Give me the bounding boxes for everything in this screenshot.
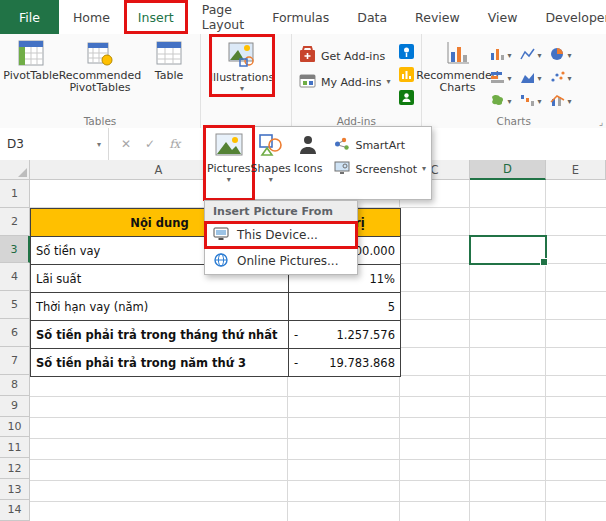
chart-type-buttons: ▾ ▾ ▾ ▾ ▾ [490, 38, 580, 113]
recommended-charts-icon [445, 40, 471, 69]
my-addins-label: My Add-ins [321, 76, 382, 89]
tab-page-layout[interactable]: Page Layout [188, 0, 258, 34]
area-chart-button[interactable]: ▾ [520, 70, 550, 87]
charts-dialog-launcher-icon[interactable]: ⌟ [599, 117, 603, 127]
illustrations-icon [227, 40, 257, 71]
enter-icon[interactable]: ✓ [145, 137, 155, 151]
smartart-button[interactable]: SmartArt [331, 135, 429, 155]
combo-chart-button[interactable]: ▾ [550, 93, 580, 110]
pictures-button[interactable]: Pictures ▾ [207, 129, 251, 197]
illustrations-button[interactable]: Illustrations ▾ [213, 38, 271, 93]
pie-chart-arrow-icon: ▾ [568, 52, 572, 60]
waterfall-chart-arrow-icon: ▾ [538, 98, 542, 106]
icons-button[interactable]: Icons [291, 129, 326, 197]
waterfall-chart-button[interactable]: ▾ [520, 93, 550, 110]
row-header-2[interactable]: 2 [0, 208, 30, 236]
shapes-button[interactable]: Shapes ▾ [251, 129, 291, 197]
row-header-7[interactable]: 7 [0, 347, 30, 375]
name-box[interactable]: D3 ▾ [0, 128, 109, 160]
tab-home[interactable]: Home [59, 0, 124, 34]
recommended-pivottables-button[interactable]: Recommended PivotTables [58, 38, 142, 94]
tab-file[interactable]: File [0, 0, 59, 34]
recommended-charts-label: Recommended Charts [416, 70, 499, 94]
column-header-d[interactable]: D [470, 160, 546, 180]
cell-a5[interactable]: Thời hạn vay (năm) [30, 292, 289, 321]
table-label: Table [155, 70, 183, 82]
online-pictures-icon [213, 253, 229, 270]
power-bi-addin-icon[interactable] [399, 67, 414, 85]
mini-waterfall-chart-icon [520, 93, 536, 110]
bar-chart-arrow-icon: ▾ [508, 75, 512, 83]
tab-review[interactable]: Review [401, 0, 474, 34]
row-header-5[interactable]: 5 [0, 291, 30, 319]
cell-a6[interactable]: Số tiền phải trả trong tháng thứ nhất [30, 320, 289, 349]
illustrations-group: Illustrations ▾ [201, 34, 292, 128]
mini-bar-chart-icon [490, 70, 506, 87]
tables-group-label: Tables [0, 115, 200, 127]
selected-cell-d3[interactable] [469, 235, 547, 265]
row-header-13[interactable]: 13 [0, 479, 30, 500]
row-header-9[interactable]: 9 [0, 396, 30, 417]
row-header-1[interactable]: 1 [0, 180, 30, 208]
fill-handle[interactable] [540, 258, 548, 266]
tab-formulas[interactable]: Formulas [258, 0, 343, 34]
column-chart-arrow-icon: ▾ [508, 52, 512, 60]
cancel-icon[interactable]: ✕ [121, 137, 131, 151]
tab-data[interactable]: Data [343, 0, 401, 34]
row-header-10[interactable]: 10 [0, 417, 30, 438]
cell-b7[interactable]: - 19.783.868 [288, 348, 401, 377]
pictures-label: Pictures [207, 162, 251, 175]
tab-developer[interactable]: Developer [531, 0, 606, 34]
cell-b5[interactable]: 5 [288, 292, 401, 321]
illustrations-dropdown-arrow-icon: ▾ [240, 85, 244, 93]
area-chart-arrow-icon: ▾ [538, 75, 542, 83]
select-all-corner[interactable] [0, 160, 30, 180]
row-header-8[interactable]: 8 [0, 375, 30, 396]
screenshot-button[interactable]: Screenshot ▾ [331, 159, 429, 179]
bing-maps-addin-icon[interactable] [399, 44, 414, 62]
pie-chart-button[interactable]: ▾ [550, 47, 580, 64]
submenu-title: Insert Picture From [205, 201, 357, 222]
tab-insert[interactable]: Insert [124, 0, 188, 34]
tab-view[interactable]: View [474, 0, 532, 34]
column-chart-button[interactable]: ▾ [490, 47, 520, 64]
row-header-4[interactable]: 4 [0, 263, 30, 291]
mini-combo-chart-icon [550, 93, 566, 110]
people-graph-addin-icon[interactable] [399, 90, 414, 108]
tables-group: PivotTable Recommended PivotTables Table… [0, 34, 201, 128]
mini-pie-chart-icon [550, 47, 566, 64]
map-chart-button[interactable]: ▾ [490, 93, 520, 110]
shapes-icon [258, 132, 284, 161]
mini-map-chart-icon [490, 93, 506, 110]
my-addins-button[interactable]: My Add-ins ▾ [296, 72, 394, 92]
row-header-11[interactable]: 11 [0, 437, 30, 458]
table-button[interactable]: Table [142, 38, 196, 82]
recommended-charts-button[interactable]: Recommended Charts [426, 38, 490, 94]
menu-item-online-pictures[interactable]: Online Pictures... [205, 248, 357, 274]
get-addins-icon [299, 46, 316, 66]
mini-scatter-chart-icon [550, 70, 566, 87]
this-device-icon [213, 227, 229, 244]
scatter-chart-button[interactable]: ▾ [550, 70, 580, 87]
get-addins-label: Get Add-ins [321, 50, 385, 63]
name-box-arrow-icon[interactable]: ▾ [97, 140, 101, 149]
pivottable-label: PivotTable [3, 70, 58, 82]
ribbon: PivotTable Recommended PivotTables Table… [0, 34, 606, 129]
cell-b6[interactable]: - 1.257.576 [288, 320, 401, 349]
bar-chart-button[interactable]: ▾ [490, 70, 520, 87]
cell-b6-value: 1.257.576 [336, 328, 395, 342]
insert-function-icon[interactable]: fx [169, 137, 180, 151]
cell-b6-dash: - [294, 328, 298, 342]
row-header-3[interactable]: 3 [0, 236, 30, 264]
row-header-14[interactable]: 14 [0, 500, 30, 521]
cell-a7[interactable]: Số tiền phải trả trong năm thứ 3 [30, 348, 289, 377]
get-addins-button[interactable]: Get Add-ins [296, 46, 394, 66]
menu-item-this-device[interactable]: This Device... [205, 222, 357, 248]
map-chart-arrow-icon: ▾ [508, 98, 512, 106]
row-header-12[interactable]: 12 [0, 458, 30, 479]
pivottable-button[interactable]: PivotTable [4, 38, 58, 82]
row-header-6[interactable]: 6 [0, 319, 30, 347]
line-chart-button[interactable]: ▾ [520, 47, 550, 64]
column-header-e[interactable]: E [546, 160, 606, 180]
formula-buttons: ✕ ✓ fx [109, 128, 192, 160]
